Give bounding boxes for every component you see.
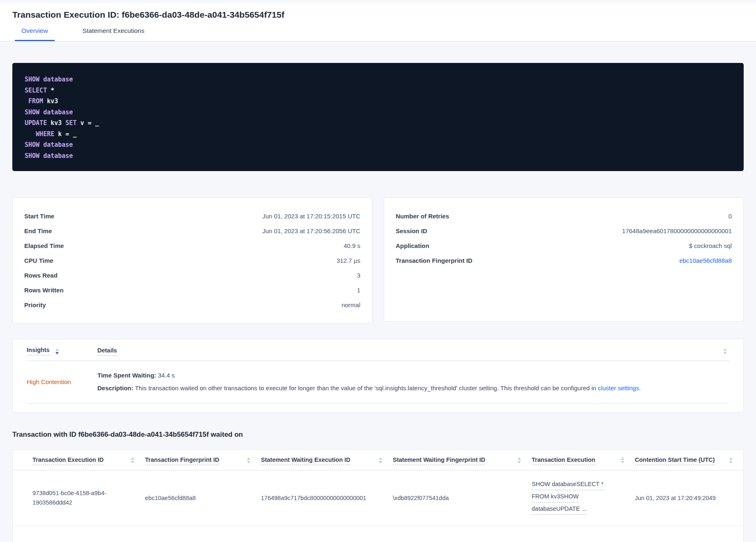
waited-table-header-row: Transaction Execution IDTransaction Fing… [13, 456, 743, 470]
insights-column-header[interactable]: Insights [27, 347, 97, 355]
insights-table-header: Insights Details [27, 347, 729, 356]
column-header-transaction-execution-id[interactable]: Transaction Execution ID [13, 456, 145, 470]
column-header-label[interactable]: Statement Waiting Execution ID [261, 456, 350, 465]
sort-down-arrow [247, 461, 250, 463]
summary-row: Session ID17648a9eea60178000000000000000… [396, 223, 732, 238]
column-header-statement-waiting-fingerprint-id[interactable]: Statement Waiting Fingerprint ID [393, 456, 532, 470]
time-spent-waiting: Time Spent Waiting: 34.4 s [97, 371, 729, 380]
summary-value: 40.9 s [343, 242, 360, 249]
sort-icon[interactable] [621, 457, 624, 463]
insights-header-label[interactable]: Insights [27, 347, 50, 355]
sql-text [25, 97, 28, 105]
insight-details: Time Spent Waiting: 34.4 s Description: … [97, 371, 729, 393]
summary-value: 0 [728, 213, 732, 220]
sort-down-arrow [131, 461, 134, 463]
transaction-execution-line-wrap: databaseUPDATE ... [532, 504, 625, 517]
column-header-inner: Statement Waiting Fingerprint ID [393, 456, 532, 465]
sort-icon[interactable] [518, 457, 521, 463]
sort-up-arrow [518, 457, 521, 460]
sql-keyword: SHOW database [25, 152, 73, 160]
column-header-label[interactable]: Contention Start Time (UTC) [635, 456, 715, 465]
transaction-execution-link[interactable]: FROM kv3SHOW [532, 492, 579, 503]
transaction-fingerprint-link[interactable]: ebc10ae56cfd88a8 [679, 257, 732, 264]
tab-overview[interactable]: Overview [15, 27, 55, 41]
summary-label: Application [396, 242, 429, 249]
column-header-inner: Transaction Execution [532, 456, 635, 465]
summary-value: 1 [357, 287, 360, 294]
overview-content: SHOW databaseSELECT * FROM kv3SHOW datab… [0, 63, 756, 542]
sql-line: SHOW database [25, 139, 731, 151]
transaction-meta-card: Number of Retries0Session ID17648a9eea60… [384, 197, 744, 322]
transaction-execution-line-wrap: FROM kv3SHOW [532, 492, 625, 504]
summary-row: Number of Retries0 [396, 208, 732, 223]
page-title: Transaction Execution ID: f6be6366-da03-… [12, 10, 744, 20]
summary-value: Jun 01, 2023 at 17:20:56:2056 UTC [262, 227, 360, 234]
summary-label: Elapsed Time [24, 242, 64, 249]
column-header-label[interactable]: Statement Waiting Fingerprint ID [393, 456, 485, 465]
summary-row: End TimeJun 01, 2023 at 17:20:56:2056 UT… [24, 223, 360, 238]
waited-on-card: Transaction Execution IDTransaction Fing… [12, 449, 744, 542]
summary-row: CPU Time312.7 µs [24, 253, 360, 268]
sort-icon[interactable] [724, 348, 727, 354]
sql-line: SHOW database [25, 74, 731, 85]
waiting-value: 34.4 s [156, 372, 175, 379]
column-header-label[interactable]: Transaction Fingerprint ID [145, 456, 219, 465]
column-header-transaction-fingerprint-id[interactable]: Transaction Fingerprint ID [145, 456, 261, 470]
details-header-label[interactable]: Details [97, 347, 117, 356]
summary-label: CPU Time [24, 257, 53, 264]
sql-line: UPDATE kv3 SET v = _ [25, 118, 731, 129]
summary-value: 3 [357, 272, 360, 279]
cell-statement-waiting-execution-id: 176498a9c717bdc80000000000000001 [261, 470, 393, 526]
details-column-header: Details [97, 347, 117, 356]
summary-label: Session ID [396, 227, 427, 234]
waited-table-row: 9738d051-bc0e-4158-a9b4-1903586ddd42ebc1… [13, 470, 743, 526]
sql-keyword: SHOW database [25, 141, 73, 148]
transaction-execution-link[interactable]: databaseUPDATE ... [532, 504, 587, 515]
cell-content: 9738d051-bc0e-4158-a9b4-1903586ddd42 [13, 489, 119, 507]
sort-icon[interactable] [379, 457, 382, 463]
tab-statement-executions[interactable]: Statement Executions [76, 27, 151, 41]
column-header-inner: Contention Start Time (UTC) [635, 456, 743, 465]
description-suffix: . [639, 384, 641, 391]
summary-value: 312.7 µs [337, 257, 360, 264]
description-text: This transaction waited on other transac… [134, 384, 598, 391]
tabs: OverviewStatement Executions [12, 27, 744, 41]
sql-text: kv3 [47, 119, 65, 127]
summary-value: 17648a9eea6017800000000000000001 [622, 227, 732, 234]
summary-label: Transaction Fingerprint ID [396, 257, 472, 264]
cell-contention-start-time: Jun 01, 2023 at 17:20:49:2049 [635, 470, 743, 526]
column-header-statement-waiting-execution-id[interactable]: Statement Waiting Execution ID [261, 456, 393, 470]
cell-content: ebc10ae56cfd88a8 [145, 493, 251, 503]
sql-keyword: SELECT [25, 87, 47, 94]
sort-icon[interactable] [55, 348, 59, 355]
description-label: Description: [97, 384, 134, 391]
column-header-contention-start-time-utc-[interactable]: Contention Start Time (UTC) [635, 456, 743, 470]
sql-line: SHOW database [25, 107, 731, 118]
sort-up-arrow [247, 457, 250, 460]
summary-value: Jun 01, 2023 at 17:20:15:2015 UTC [262, 213, 360, 220]
column-header-transaction-execution[interactable]: Transaction Execution [532, 456, 635, 470]
summary-label: Rows Read [24, 272, 58, 279]
sort-icon[interactable] [247, 457, 250, 463]
sort-up-arrow [379, 457, 382, 460]
cell-statement-waiting-fingerprint-id: \xdb8922f077541dda [393, 470, 532, 526]
cell-content: SHOW databaseSELECT *FROM kv3SHOWdatabas… [532, 479, 625, 517]
sql-keyword: SET [65, 119, 76, 127]
sort-down-arrow [518, 461, 521, 463]
summary-label: Rows Written [24, 287, 64, 294]
cluster-settings-link[interactable]: cluster settings [598, 384, 639, 391]
summary-row: Prioritynormal [24, 297, 360, 312]
column-header-label[interactable]: Transaction Execution [532, 456, 595, 465]
transaction-execution-link[interactable]: SHOW databaseSELECT * [532, 479, 604, 490]
column-header-inner: Statement Waiting Execution ID [261, 456, 393, 465]
summary-label: Priority [24, 301, 46, 308]
sort-up-arrow [131, 457, 134, 460]
sql-keyword: FROM [28, 97, 43, 105]
waited-on-table: Transaction Execution IDTransaction Fing… [13, 456, 743, 526]
column-header-label[interactable]: Transaction Execution ID [32, 456, 104, 465]
sort-icon[interactable] [729, 457, 733, 463]
sort-icon[interactable] [131, 457, 134, 463]
sql-keyword: SHOW database [25, 109, 73, 116]
transaction-execution-line-wrap: SHOW databaseSELECT * [532, 479, 625, 492]
sql-line: SELECT * [25, 85, 731, 96]
